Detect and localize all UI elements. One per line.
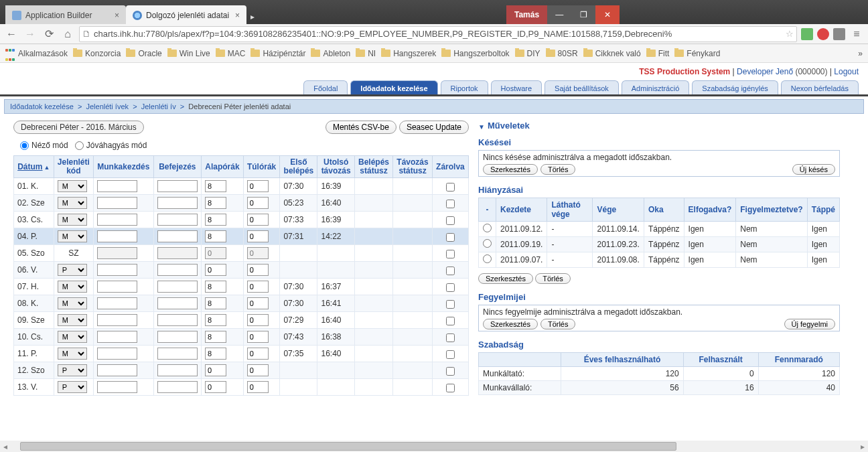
- col-date-sort[interactable]: Dátum: [17, 162, 42, 171]
- code-select[interactable]: M: [58, 348, 87, 360]
- ext-icon-1[interactable]: [801, 28, 813, 40]
- bookmark-item[interactable]: Konzorcia: [73, 49, 121, 58]
- approve-mode-radio[interactable]: Jóváhagyás mód: [75, 141, 147, 150]
- scroll-right-icon[interactable]: ▸: [857, 442, 868, 451]
- bookmark-item[interactable]: DIY: [515, 49, 540, 58]
- locked-checkbox[interactable]: [446, 216, 455, 225]
- col-lastout[interactable]: Utolsó távozás: [317, 156, 354, 178]
- save-csv-button[interactable]: Mentés CSV-be: [326, 121, 396, 134]
- overtime-input[interactable]: [247, 331, 269, 343]
- discipline-new-button[interactable]: Új fegyelmi: [784, 319, 835, 329]
- col-locked[interactable]: Zárolva: [432, 156, 468, 178]
- workstart-input[interactable]: [97, 314, 137, 326]
- workend-input[interactable]: [157, 197, 198, 209]
- seasec-update-button[interactable]: Seasec Update: [399, 121, 469, 134]
- bookmark-item[interactable]: Hangszerek: [381, 49, 436, 58]
- workend-input[interactable]: [157, 297, 198, 309]
- workstart-input[interactable]: [97, 348, 137, 360]
- collapse-icon[interactable]: ▼: [478, 123, 485, 131]
- chrome-menu-icon[interactable]: ≡: [849, 28, 864, 40]
- bookmark-star-icon[interactable]: ☆: [786, 29, 794, 39]
- bookmark-item[interactable]: Hangszerboltok: [441, 49, 509, 58]
- workend-input[interactable]: [157, 264, 198, 276]
- basehours-input[interactable]: [205, 364, 226, 376]
- absences-delete-button[interactable]: Törlés: [535, 273, 571, 284]
- discipline-delete-button[interactable]: Törlés: [540, 319, 576, 329]
- minimize-button[interactable]: —: [547, 5, 571, 24]
- view-mode-radio[interactable]: Néző mód: [20, 141, 68, 150]
- code-select[interactable]: M: [58, 281, 87, 293]
- locked-checkbox[interactable]: [446, 317, 455, 325]
- workstart-input[interactable]: [97, 381, 137, 393]
- locked-checkbox[interactable]: [446, 367, 455, 376]
- scrollbar-thumb[interactable]: [20, 442, 676, 451]
- bookmark-item[interactable]: Cikknek való: [583, 49, 641, 58]
- basehours-input[interactable]: [205, 214, 226, 226]
- overtime-input[interactable]: [247, 281, 269, 293]
- workend-input[interactable]: [157, 348, 198, 360]
- employee-period-pill[interactable]: Debreceni Péter - 2016. Március: [13, 121, 144, 134]
- window-close-button[interactable]: ✕: [595, 5, 620, 24]
- locked-checkbox[interactable]: [446, 233, 455, 242]
- basehours-input[interactable]: [205, 281, 226, 293]
- bookmark-item[interactable]: Fitt: [646, 49, 670, 58]
- basehours-input[interactable]: [205, 180, 226, 192]
- overtime-input[interactable]: [247, 230, 269, 242]
- workend-input[interactable]: [157, 230, 198, 242]
- navtab-settings[interactable]: Saját beállítások: [545, 80, 619, 94]
- navtab-reports[interactable]: Riportok: [441, 80, 488, 94]
- locked-checkbox[interactable]: [446, 267, 455, 275]
- bookmark-item[interactable]: 80SR: [546, 49, 578, 58]
- workstart-input[interactable]: [97, 247, 137, 259]
- logout-link[interactable]: Logout: [834, 67, 859, 76]
- tab-close-icon[interactable]: ×: [115, 11, 119, 20]
- new-tab-button[interactable]: ▸: [246, 9, 259, 24]
- locked-checkbox[interactable]: [446, 283, 455, 292]
- code-select[interactable]: P: [58, 381, 87, 393]
- col-outstatus[interactable]: Távozás státusz: [393, 156, 433, 178]
- locked-checkbox[interactable]: [446, 200, 455, 208]
- basehours-input[interactable]: [205, 381, 226, 393]
- navtab-hostware[interactable]: Hostware: [491, 80, 542, 94]
- code-select[interactable]: M: [58, 297, 87, 309]
- scroll-left-icon[interactable]: ◂: [0, 442, 11, 451]
- lateness-edit-button[interactable]: Szerkesztés: [483, 164, 538, 175]
- workend-input[interactable]: [157, 331, 198, 343]
- col-firstin[interactable]: Első belépés: [280, 156, 317, 178]
- overtime-input[interactable]: [247, 247, 269, 259]
- workend-input[interactable]: [157, 214, 198, 226]
- code-select[interactable]: M: [58, 331, 87, 343]
- code-select[interactable]: M: [58, 197, 87, 209]
- browser-tab-0[interactable]: Application Builder ×: [5, 5, 126, 24]
- bookmark-item[interactable]: Fénykard: [674, 49, 720, 58]
- navtab-admin[interactable]: Adminisztráció: [622, 80, 690, 94]
- workend-input[interactable]: [157, 314, 198, 326]
- ext-icon-3[interactable]: [833, 28, 845, 40]
- basehours-input[interactable]: [205, 247, 226, 259]
- overtime-input[interactable]: [247, 314, 269, 326]
- overtime-input[interactable]: [247, 381, 269, 393]
- back-button[interactable]: ←: [4, 28, 19, 40]
- overtime-input[interactable]: [247, 364, 269, 376]
- col-instatus[interactable]: Belépés státusz: [354, 156, 392, 178]
- workend-input[interactable]: [157, 381, 198, 393]
- basehours-input[interactable]: [205, 297, 226, 309]
- absences-edit-button[interactable]: Szerkesztés: [478, 273, 533, 284]
- basehours-input[interactable]: [205, 331, 226, 343]
- overtime-input[interactable]: [247, 264, 269, 276]
- horizontal-scrollbar[interactable]: ◂ ▸: [0, 441, 868, 452]
- col-overtime[interactable]: Túlórák: [243, 156, 280, 178]
- bookmarks-overflow[interactable]: »: [858, 49, 863, 58]
- navtab-vacation[interactable]: Szabadság igénylés: [692, 80, 778, 94]
- locked-checkbox[interactable]: [446, 384, 455, 392]
- code-select[interactable]: M: [58, 314, 87, 326]
- browser-tab-1[interactable]: Dolgozó jelenléti adatai ×: [126, 5, 246, 24]
- address-bar[interactable]: 🗋 charts.ihk.hu:7780/pls/apex/f?p=104:9:…: [79, 26, 797, 42]
- basehours-input[interactable]: [205, 230, 226, 242]
- workstart-input[interactable]: [97, 230, 137, 242]
- workstart-input[interactable]: [97, 364, 137, 376]
- overtime-input[interactable]: [247, 214, 269, 226]
- forward-button[interactable]: →: [23, 28, 38, 40]
- locked-checkbox[interactable]: [446, 333, 455, 342]
- maximize-button[interactable]: ❐: [571, 5, 595, 24]
